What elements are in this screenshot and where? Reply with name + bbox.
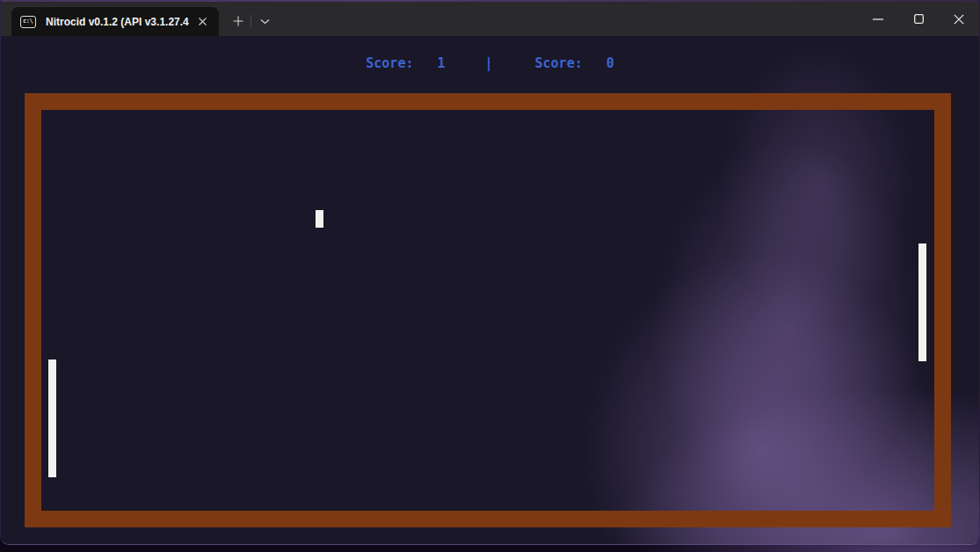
chevron-down-icon xyxy=(260,18,270,25)
terminal-window: c:\ Nitrocid v0.1.2 (API v3.1.27.48) xyxy=(0,0,980,545)
plus-icon xyxy=(233,16,243,26)
right-paddle xyxy=(918,243,926,361)
tab-dropdown-button[interactable] xyxy=(252,11,277,32)
minimize-button[interactable] xyxy=(858,2,898,36)
left-paddle xyxy=(48,360,56,477)
score-left-label: Score: xyxy=(366,55,413,71)
score-left-value: 1 xyxy=(437,55,445,71)
terminal-tab[interactable]: c:\ Nitrocid v0.1.2 (API v3.1.27.48) xyxy=(11,7,219,36)
close-window-button[interactable] xyxy=(939,2,979,36)
terminal-content[interactable]: Score: 1 | Score: 0 xyxy=(1,36,979,545)
score-right-label: Score: xyxy=(535,55,583,71)
score-right-value: 0 xyxy=(606,55,614,71)
game-field-border xyxy=(25,93,951,527)
maximize-button[interactable] xyxy=(898,2,939,36)
command-prompt-icon: c:\ xyxy=(20,16,36,28)
maximize-icon xyxy=(914,14,924,24)
score-line: Score: 1 | Score: 0 xyxy=(1,55,979,71)
new-tab-button[interactable] xyxy=(226,11,250,32)
tab-close-button[interactable] xyxy=(194,14,210,30)
minimize-icon xyxy=(873,18,883,20)
title-bar: c:\ Nitrocid v0.1.2 (API v3.1.27.48) xyxy=(1,0,979,36)
window-controls xyxy=(858,2,979,36)
window-top-accent xyxy=(1,0,979,2)
score-separator: | xyxy=(484,55,492,71)
close-icon xyxy=(954,14,964,25)
close-icon xyxy=(199,18,207,25)
tab-title: Nitrocid v0.1.2 (API v3.1.27.48) xyxy=(46,16,189,28)
ball xyxy=(316,210,323,228)
toolbar-divider xyxy=(250,15,251,27)
